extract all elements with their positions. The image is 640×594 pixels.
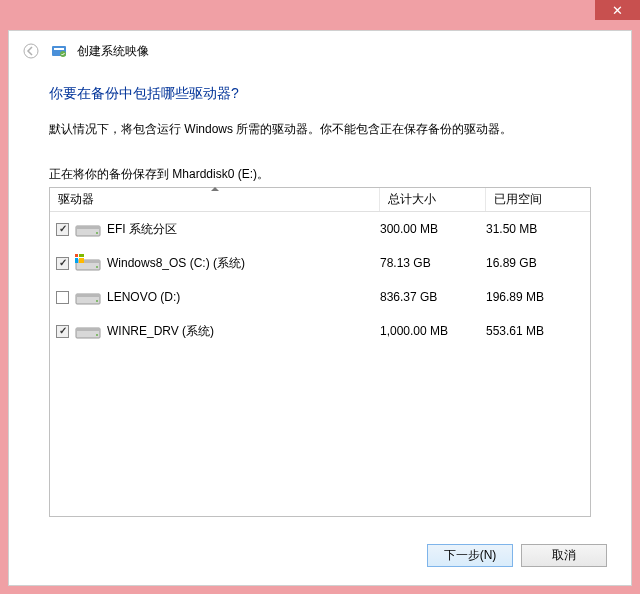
- close-icon: ✕: [612, 3, 623, 18]
- cell-drive: LENOVO (D:): [54, 286, 380, 308]
- cell-used-space: 553.61 MB: [486, 324, 586, 338]
- svg-rect-13: [79, 258, 84, 263]
- svg-rect-12: [75, 258, 78, 263]
- drive-checkbox: [56, 325, 69, 338]
- question-heading: 你要在备份中包括哪些驱动器?: [49, 85, 591, 103]
- column-header-drive[interactable]: 驱动器: [50, 188, 380, 211]
- drive-checkbox[interactable]: [56, 291, 69, 304]
- close-button[interactable]: ✕: [595, 0, 640, 20]
- back-button[interactable]: [21, 41, 41, 61]
- back-arrow-icon: [23, 43, 39, 59]
- column-header-drive-label: 驱动器: [58, 191, 94, 208]
- app-icon: [51, 43, 67, 59]
- svg-point-6: [96, 232, 98, 234]
- titlebar: ✕: [0, 0, 640, 30]
- table-row: LENOVO (D:)836.37 GB196.89 MB: [50, 280, 590, 314]
- svg-point-9: [96, 266, 98, 268]
- svg-point-19: [96, 334, 98, 336]
- column-header-used-space[interactable]: 已用空间: [486, 188, 590, 211]
- table-header-row: 驱动器 总计大小 已用空间: [50, 188, 590, 212]
- drive-icon: [75, 286, 101, 308]
- svg-rect-11: [79, 254, 84, 257]
- cell-used-space: 31.50 MB: [486, 222, 586, 236]
- dialog-header: 创建系统映像: [9, 31, 631, 71]
- cell-total-size: 836.37 GB: [380, 290, 486, 304]
- svg-rect-2: [54, 48, 64, 50]
- drive-label: LENOVO (D:): [107, 290, 180, 304]
- dialog-frame: 创建系统映像 你要在备份中包括哪些驱动器? 默认情况下，将包含运行 Window…: [8, 30, 632, 586]
- cell-drive: EFI 系统分区: [54, 218, 380, 240]
- cell-used-space: 196.89 MB: [486, 290, 586, 304]
- drive-label: WINRE_DRV (系统): [107, 323, 214, 340]
- drive-checkbox: [56, 223, 69, 236]
- drive-table: 驱动器 总计大小 已用空间 EFI 系统分区300.00 MB31.50 MBW…: [49, 187, 591, 517]
- svg-rect-15: [76, 294, 100, 297]
- next-button[interactable]: 下一步(N): [427, 544, 513, 567]
- cell-drive: WINRE_DRV (系统): [54, 320, 380, 342]
- saving-to-text: 正在将你的备份保存到 Mharddisk0 (E:)。: [49, 166, 591, 183]
- content-area: 你要在备份中包括哪些驱动器? 默认情况下，将包含运行 Windows 所需的驱动…: [9, 71, 631, 529]
- svg-rect-5: [76, 226, 100, 229]
- dialog-title: 创建系统映像: [77, 43, 149, 60]
- svg-rect-10: [75, 254, 78, 257]
- svg-point-16: [96, 300, 98, 302]
- cell-used-space: 16.89 GB: [486, 256, 586, 270]
- drive-icon: [75, 252, 101, 274]
- table-row: Windows8_OS (C:) (系统)78.13 GB16.89 GB: [50, 246, 590, 280]
- cell-total-size: 300.00 MB: [380, 222, 486, 236]
- column-header-used-space-label: 已用空间: [494, 191, 542, 208]
- svg-rect-18: [76, 328, 100, 331]
- table-row: EFI 系统分区300.00 MB31.50 MB: [50, 212, 590, 246]
- table-row: WINRE_DRV (系统)1,000.00 MB553.61 MB: [50, 314, 590, 348]
- sort-ascending-icon: [211, 187, 219, 191]
- svg-point-0: [24, 44, 38, 58]
- table-body: EFI 系统分区300.00 MB31.50 MBWindows8_OS (C:…: [50, 212, 590, 348]
- cell-total-size: 78.13 GB: [380, 256, 486, 270]
- drive-checkbox: [56, 257, 69, 270]
- column-header-total-size-label: 总计大小: [388, 191, 436, 208]
- description-text: 默认情况下，将包含运行 Windows 所需的驱动器。你不能包含正在保存备份的驱…: [49, 121, 591, 138]
- drive-label: Windows8_OS (C:) (系统): [107, 255, 245, 272]
- drive-icon: [75, 320, 101, 342]
- drive-label: EFI 系统分区: [107, 221, 177, 238]
- cell-drive: Windows8_OS (C:) (系统): [54, 252, 380, 274]
- cancel-button[interactable]: 取消: [521, 544, 607, 567]
- cell-total-size: 1,000.00 MB: [380, 324, 486, 338]
- column-header-total-size[interactable]: 总计大小: [380, 188, 486, 211]
- drive-icon: [75, 218, 101, 240]
- dialog-footer: 下一步(N) 取消: [427, 544, 607, 567]
